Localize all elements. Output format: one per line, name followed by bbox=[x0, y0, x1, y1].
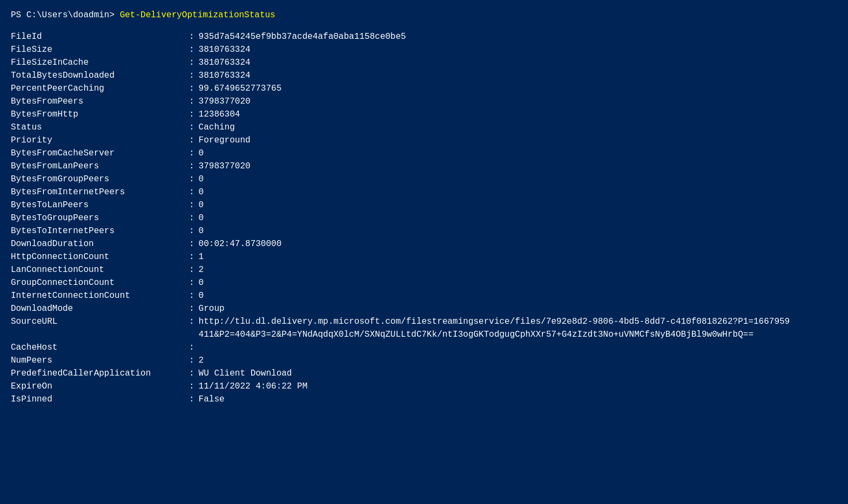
row-value: 1 bbox=[199, 250, 204, 263]
table-row: DownloadDuration:00:02:47.8730000 bbox=[11, 237, 837, 250]
row-key: CacheHost bbox=[11, 341, 189, 354]
row-separator: : bbox=[189, 315, 194, 328]
row-separator: : bbox=[189, 367, 194, 380]
row-key: NumPeers bbox=[11, 354, 189, 367]
table-row: Priority:Foreground bbox=[11, 134, 837, 147]
table-row: BytesFromCacheServer:0 bbox=[11, 147, 837, 160]
row-separator: : bbox=[189, 341, 194, 354]
row-separator: : bbox=[189, 160, 194, 173]
row-value: 935d7a54245ef9bb37acde4afa0aba1158ce0be5 bbox=[199, 30, 406, 43]
row-separator: : bbox=[189, 108, 194, 121]
row-key: TotalBytesDownloaded bbox=[11, 69, 189, 82]
row-separator: : bbox=[189, 30, 194, 43]
row-value: 0 bbox=[199, 199, 204, 212]
command-text: Get-DeliveryOptimizationStatus bbox=[120, 10, 275, 20]
terminal-window: PS C:\Users\doadmin> Get-DeliveryOptimiz… bbox=[11, 9, 837, 406]
row-value: Caching bbox=[199, 121, 235, 134]
row-key: PredefinedCallerApplication bbox=[11, 367, 189, 380]
row-value: 00:02:47.8730000 bbox=[199, 237, 282, 250]
output-block: FileId:935d7a54245ef9bb37acde4afa0aba115… bbox=[11, 30, 837, 406]
row-value: Group bbox=[199, 302, 225, 315]
table-row: FileSize:3810763324 bbox=[11, 43, 837, 56]
row-separator: : bbox=[189, 263, 194, 276]
row-key: BytesFromPeers bbox=[11, 95, 189, 108]
row-value: 0 bbox=[199, 186, 204, 199]
row-value: Foreground bbox=[199, 134, 251, 147]
row-key: DownloadMode bbox=[11, 302, 189, 315]
table-row: BytesToLanPeers:0 bbox=[11, 199, 837, 212]
row-value: 3798377020 bbox=[199, 95, 251, 108]
row-separator: : bbox=[189, 354, 194, 367]
row-key: BytesFromCacheServer bbox=[11, 147, 189, 160]
row-value: False bbox=[199, 393, 225, 406]
table-row: BytesToGroupPeers:0 bbox=[11, 212, 837, 224]
row-value: http://tlu.dl.delivery.mp.microsoft.com/… bbox=[199, 315, 793, 341]
row-key: Status bbox=[11, 121, 189, 134]
row-value: 3798377020 bbox=[199, 160, 251, 173]
row-key: ExpireOn bbox=[11, 380, 189, 393]
table-row: FileId:935d7a54245ef9bb37acde4afa0aba115… bbox=[11, 30, 837, 43]
table-row: TotalBytesDownloaded:3810763324 bbox=[11, 69, 837, 82]
row-value: 3810763324 bbox=[199, 43, 251, 56]
row-separator: : bbox=[189, 95, 194, 108]
row-separator: : bbox=[189, 173, 194, 186]
table-row: ExpireOn:11/11/2022 4:06:22 PM bbox=[11, 380, 837, 393]
table-row: LanConnectionCount:2 bbox=[11, 263, 837, 276]
table-row: GroupConnectionCount:0 bbox=[11, 276, 837, 289]
row-value: 3810763324 bbox=[199, 56, 251, 69]
row-separator: : bbox=[189, 69, 194, 82]
table-row: BytesFromPeers:3798377020 bbox=[11, 95, 837, 108]
row-separator: : bbox=[189, 380, 194, 393]
prompt-line: PS C:\Users\doadmin> Get-DeliveryOptimiz… bbox=[11, 9, 837, 22]
row-key: HttpConnectionCount bbox=[11, 250, 189, 263]
table-row: IsPinned:False bbox=[11, 393, 837, 406]
row-separator: : bbox=[189, 250, 194, 263]
row-value: 0 bbox=[199, 173, 204, 186]
table-row: BytesToInternetPeers:0 bbox=[11, 224, 837, 237]
row-separator: : bbox=[189, 121, 194, 134]
row-key: BytesFromInternetPeers bbox=[11, 186, 189, 199]
row-key: GroupConnectionCount bbox=[11, 276, 189, 289]
row-separator: : bbox=[189, 56, 194, 69]
row-separator: : bbox=[189, 393, 194, 406]
table-row: InternetConnectionCount:0 bbox=[11, 289, 837, 302]
row-separator: : bbox=[189, 212, 194, 224]
table-row: BytesFromHttp:12386304 bbox=[11, 108, 837, 121]
row-value: 99.6749652773765 bbox=[199, 82, 282, 95]
table-row: BytesFromLanPeers:3798377020 bbox=[11, 160, 837, 173]
row-value: WU Client Download bbox=[199, 367, 292, 380]
row-key: BytesFromHttp bbox=[11, 108, 189, 121]
row-key: FileSizeInCache bbox=[11, 56, 189, 69]
table-row: Status:Caching bbox=[11, 121, 837, 134]
row-separator: : bbox=[189, 199, 194, 212]
table-row: PredefinedCallerApplication:WU Client Do… bbox=[11, 367, 837, 380]
row-key: SourceURL bbox=[11, 315, 189, 328]
row-key: DownloadDuration bbox=[11, 237, 189, 250]
row-key: Priority bbox=[11, 134, 189, 147]
table-row: PercentPeerCaching:99.6749652773765 bbox=[11, 82, 837, 95]
row-separator: : bbox=[189, 82, 194, 95]
row-value: 0 bbox=[199, 276, 204, 289]
row-key: FileId bbox=[11, 30, 189, 43]
row-value: 12386304 bbox=[199, 108, 240, 121]
row-key: PercentPeerCaching bbox=[11, 82, 189, 95]
row-key: BytesFromLanPeers bbox=[11, 160, 189, 173]
row-key: BytesToGroupPeers bbox=[11, 212, 189, 224]
row-key: BytesFromGroupPeers bbox=[11, 173, 189, 186]
row-value: 0 bbox=[199, 212, 204, 224]
row-value: 2 bbox=[199, 354, 204, 367]
table-row: NumPeers:2 bbox=[11, 354, 837, 367]
row-key: LanConnectionCount bbox=[11, 263, 189, 276]
row-key: FileSize bbox=[11, 43, 189, 56]
table-row: CacheHost: bbox=[11, 341, 837, 354]
row-key: InternetConnectionCount bbox=[11, 289, 189, 302]
row-separator: : bbox=[189, 147, 194, 160]
row-value: 11/11/2022 4:06:22 PM bbox=[199, 380, 308, 393]
row-value: 0 bbox=[199, 147, 204, 160]
row-value: 3810763324 bbox=[199, 69, 251, 82]
table-row: DownloadMode:Group bbox=[11, 302, 837, 315]
row-separator: : bbox=[189, 289, 194, 302]
row-key: BytesToInternetPeers bbox=[11, 224, 189, 237]
table-row: HttpConnectionCount:1 bbox=[11, 250, 837, 263]
row-key: BytesToLanPeers bbox=[11, 199, 189, 212]
